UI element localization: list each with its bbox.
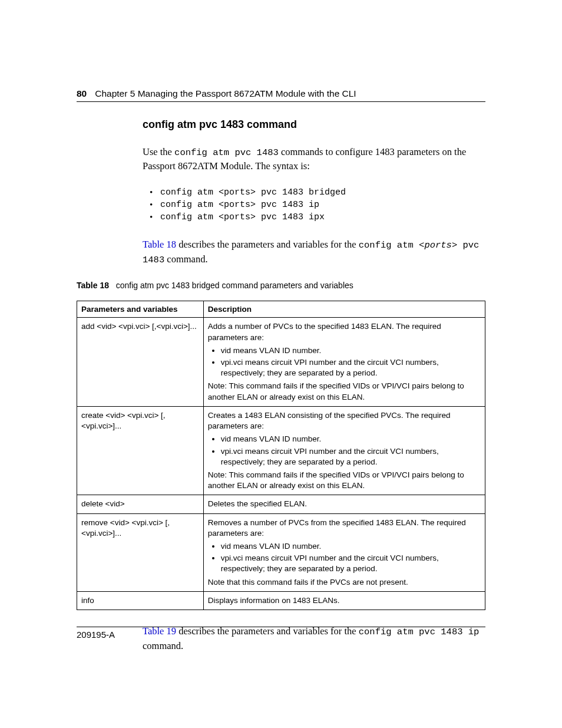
page: 80 Chapter 5 Managing the Passport 8672A… xyxy=(0,0,562,728)
running-header: 80 Chapter 5 Managing the Passport 8672A… xyxy=(77,88,485,102)
table-caption: Table 18 config atm pvc 1483 bridged com… xyxy=(77,281,485,290)
table-row: info Displays information on 1483 ELANs. xyxy=(77,591,485,610)
doc-number: 209195-A xyxy=(77,630,115,640)
desc-cell: Deletes the specified ELAN. xyxy=(203,495,485,513)
section-heading: config atm pvc 1483 command xyxy=(143,118,485,131)
table-xref[interactable]: Table 18 xyxy=(143,239,176,250)
table-row: add <vid> <vpi.vci> [,<vpi.vci>]... Adds… xyxy=(77,318,485,407)
desc-cell: Displays information on 1483 ELANs. xyxy=(203,591,485,610)
table18-block: Table 18 config atm pvc 1483 bridged com… xyxy=(77,281,485,610)
table18: Parameters and variables Description add… xyxy=(77,301,485,610)
intro-paragraph: Use the config atm pvc 1483 commands to … xyxy=(143,145,485,173)
table-body: add <vid> <vpi.vci> [,<vpi.vci>]... Adds… xyxy=(77,318,485,610)
footer: 209195-A xyxy=(77,627,485,640)
list-item: config atm <ports> pvc 1483 bridged xyxy=(150,186,485,199)
chapter-title: Chapter 5 Managing the Passport 8672ATM … xyxy=(95,88,356,99)
list-item: config atm <ports> pvc 1483 ipx xyxy=(150,211,485,223)
desc-cell: Creates a 1483 ELAN consisting of the sp… xyxy=(203,406,485,495)
page-number: 80 xyxy=(77,88,87,99)
col-header: Description xyxy=(203,301,485,318)
param-cell: remove <vid> <vpi.vci> [,<vpi.vci>]... xyxy=(77,513,204,591)
table-row: delete <vid> Deletes the specified ELAN. xyxy=(77,495,485,513)
param-cell: delete <vid> xyxy=(77,495,204,513)
table18-lead: Table 18 describes the parameters and va… xyxy=(143,238,485,266)
list-item: config atm <ports> pvc 1483 ip xyxy=(150,199,485,211)
syntax-list: config atm <ports> pvc 1483 bridged conf… xyxy=(143,186,485,223)
param-cell: create <vid> <vpi.vci> [,<vpi.vci>]... xyxy=(77,406,204,495)
desc-cell: Adds a number of PVCs to the specified 1… xyxy=(203,318,485,407)
body-column: config atm pvc 1483 command Use the conf… xyxy=(77,118,485,653)
param-cell: info xyxy=(77,591,204,610)
table-row: create <vid> <vpi.vci> [,<vpi.vci>]... C… xyxy=(77,406,485,495)
param-cell: add <vid> <vpi.vci> [,<vpi.vci>]... xyxy=(77,318,204,407)
col-header: Parameters and variables xyxy=(77,301,204,318)
desc-cell: Removes a number of PVCs from the specif… xyxy=(203,513,485,591)
table-row: remove <vid> <vpi.vci> [,<vpi.vci>]... R… xyxy=(77,513,485,591)
